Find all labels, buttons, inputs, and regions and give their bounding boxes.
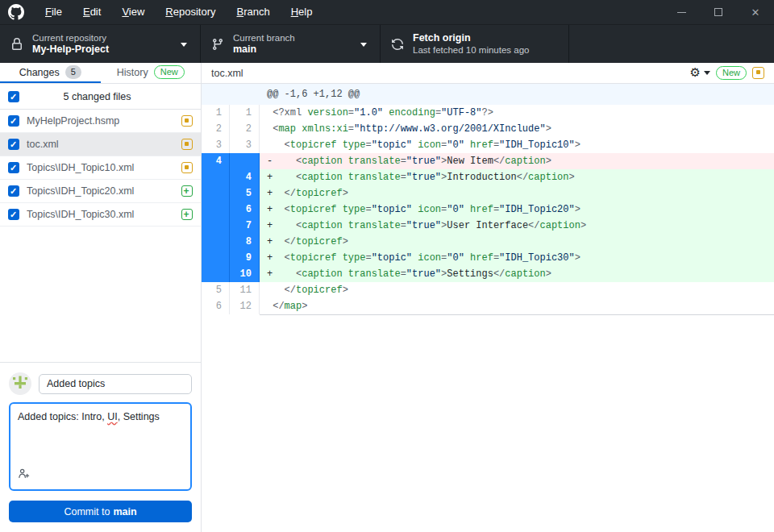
menu-view[interactable]: View	[111, 0, 155, 24]
menu-help[interactable]: Help	[281, 0, 323, 24]
old-line-number: 4	[202, 153, 230, 169]
file-row[interactable]: toc.xml	[0, 133, 201, 156]
select-all-checkbox[interactable]	[8, 91, 19, 102]
old-line-number	[202, 250, 230, 266]
changed-files-count: 5 changed files	[19, 91, 193, 102]
file-checkbox[interactable]	[8, 162, 19, 173]
file-row[interactable]: Topics\IDH_Topic20.xml	[0, 180, 201, 203]
tab-badge: 5	[65, 65, 81, 78]
diff-line-content: + <caption translate="true">Introduction…	[260, 169, 774, 185]
tab-changes[interactable]: Changes5	[0, 63, 101, 83]
file-name: Topics\IDH_Topic10.xml	[27, 162, 181, 173]
old-line-number	[202, 185, 230, 202]
diff-line[interactable]: 9+ <topicref type="topic" icon="0" href=…	[202, 250, 774, 266]
diff-line-content: - <caption translate="true">New Item</ca…	[260, 153, 774, 169]
old-line-number	[202, 218, 230, 234]
diff-line[interactable]: 8+ </topicref>	[202, 234, 774, 250]
diff-line-content: + <caption translate="true">User Interfa…	[260, 218, 774, 234]
sidebar-tabs: Changes5HistoryNew	[0, 63, 201, 84]
file-row[interactable]: Topics\IDH_Topic30.xml	[0, 203, 201, 227]
file-row[interactable]: MyHelpProject.hsmp	[0, 110, 201, 133]
menu-edit[interactable]: Edit	[73, 0, 111, 24]
diff-line[interactable]: 4- <caption translate="true">New Item</c…	[202, 153, 774, 169]
menu-file[interactable]: File	[35, 0, 73, 24]
diff-line[interactable]: 6+ <topicref type="topic" icon="0" href=…	[202, 202, 774, 218]
toolbar: Current repository My-Help-Project Curre…	[0, 24, 774, 63]
old-line-number	[202, 266, 230, 282]
diff-line-content: <topicref type="topic" icon="0" href="ID…	[260, 137, 774, 153]
diff-line[interactable]: 7+ <caption translate="true">User Interf…	[202, 218, 774, 234]
close-button[interactable]: ✕	[737, 0, 774, 24]
github-logo-icon	[8, 4, 24, 20]
current-repository-label: Current repository	[32, 32, 109, 44]
diff-pane: toc.xml New @@ -1,6 +1,12 @@ 11 <?xml ve…	[202, 63, 774, 532]
new-line-number: 7	[230, 218, 260, 234]
current-branch-value: main	[233, 44, 295, 56]
commit-summary-input[interactable]	[39, 374, 192, 394]
avatar	[9, 372, 31, 395]
diff-line[interactable]: 5+ </topicref>	[202, 185, 774, 202]
file-checkbox[interactable]	[8, 115, 19, 127]
diff-line-content: + </topicref>	[260, 185, 774, 202]
new-badge: New	[716, 66, 747, 80]
current-repository-button[interactable]: Current repository My-Help-Project	[0, 25, 201, 63]
commit-button[interactable]: Commit to main	[9, 501, 192, 522]
diff-line-content: + <caption translate="true">Settings</ca…	[260, 266, 774, 282]
file-name: toc.xml	[27, 139, 181, 150]
new-line-number: 1	[230, 105, 260, 121]
menu-branch[interactable]: Branch	[226, 0, 280, 24]
diff-header: toc.xml New	[202, 63, 774, 84]
fetch-origin-button[interactable]: Fetch origin Last fetched 10 minutes ago	[381, 25, 569, 63]
file-name: Topics\IDH_Topic20.xml	[27, 185, 181, 197]
file-checkbox[interactable]	[8, 209, 19, 220]
old-line-number	[202, 234, 230, 250]
add-coauthor-icon[interactable]	[18, 468, 30, 484]
diff-line[interactable]: 33 <topicref type="topic" icon="0" href=…	[202, 137, 774, 153]
diff-lines: 11 <?xml version="1.0" encoding="UTF-8"?…	[202, 105, 774, 314]
modified-icon	[752, 67, 764, 79]
tab-label: History	[117, 67, 148, 78]
old-line-number	[202, 202, 230, 218]
file-row[interactable]: Topics\IDH_Topic10.xml	[0, 156, 201, 180]
tab-label: Changes	[19, 67, 60, 78]
new-line-number: 10	[230, 266, 260, 282]
file-name: MyHelpProject.hsmp	[27, 115, 181, 127]
current-repository-value: My-Help-Project	[32, 44, 109, 56]
lock-icon	[10, 38, 23, 51]
minimize-button[interactable]	[663, 0, 700, 24]
commit-panel: Added topics: Intro, UI, Settings Commit…	[0, 362, 201, 532]
minimize-icon	[677, 12, 686, 13]
git-branch-icon	[211, 38, 224, 51]
modified-icon	[181, 139, 193, 150]
menu-repository[interactable]: Repository	[155, 0, 226, 24]
diff-line[interactable]: 4+ <caption translate="true">Introductio…	[202, 169, 774, 185]
tab-history[interactable]: HistoryNew	[101, 63, 202, 83]
sidebar-spacer	[0, 227, 201, 362]
gear-icon	[690, 67, 701, 79]
new-line-number: 11	[230, 282, 260, 298]
diff-line-content: + <topicref type="topic" icon="0" href="…	[260, 202, 774, 218]
chevron-down-icon	[360, 43, 367, 47]
diff-line[interactable]: 22 <map xmlns:xi="http://www.w3.org/2001…	[202, 121, 774, 137]
new-line-number: 8	[230, 234, 260, 250]
diff-line-content: + <topicref type="topic" icon="0" href="…	[260, 250, 774, 266]
diff-options-button[interactable]	[690, 67, 710, 79]
diff-line-content: <map xmlns:xi="http://www.w3.org/2001/XI…	[260, 121, 774, 137]
file-checkbox[interactable]	[8, 185, 19, 197]
file-list: MyHelpProject.hsmptoc.xmlTopics\IDH_Topi…	[0, 110, 201, 227]
commit-description-input[interactable]: Added topics: Intro, UI, Settings	[9, 402, 192, 491]
description-text: Added topics: Intro,	[18, 411, 107, 422]
diff-line[interactable]: 511 </topicref>	[202, 282, 774, 298]
menu-bar: FileEditViewRepositoryBranchHelp	[35, 0, 322, 24]
diff-line[interactable]: 10+ <caption translate="true">Settings</…	[202, 266, 774, 282]
title-bar: FileEditViewRepositoryBranchHelp ✕	[0, 0, 774, 24]
diff-line[interactable]: 11 <?xml version="1.0" encoding="UTF-8"?…	[202, 105, 774, 121]
diff-file-title: toc.xml	[211, 68, 243, 79]
added-icon	[181, 209, 193, 220]
maximize-button[interactable]	[700, 0, 737, 24]
current-branch-button[interactable]: Current branch main	[201, 25, 381, 63]
new-line-number: 4	[230, 169, 260, 185]
changed-files-header: 5 changed files	[0, 84, 201, 110]
file-checkbox[interactable]	[8, 139, 19, 150]
diff-line[interactable]: 612 </map>	[202, 298, 774, 314]
